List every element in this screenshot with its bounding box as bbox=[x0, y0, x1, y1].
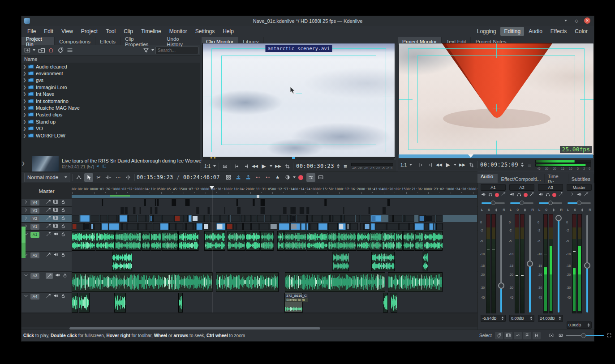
favorite-effects-button[interactable]: ★ bbox=[273, 173, 282, 182]
track-badge-a2[interactable]: A2 bbox=[30, 253, 39, 258]
lock-icon[interactable] bbox=[60, 293, 66, 300]
video-track-icon[interactable] bbox=[53, 207, 59, 214]
video-track-icon[interactable] bbox=[53, 215, 59, 222]
filter-icon[interactable] bbox=[142, 47, 150, 54]
effects-icon[interactable] bbox=[584, 192, 589, 198]
razor-tool[interactable]: ✂ bbox=[94, 173, 103, 182]
insert-zone-button[interactable] bbox=[234, 173, 243, 182]
maximize-icon[interactable]: ◇ bbox=[573, 17, 580, 24]
more-tools[interactable]: ⋯ bbox=[114, 173, 123, 182]
effects-icon[interactable] bbox=[558, 192, 563, 198]
zone-crop-icon[interactable] bbox=[284, 162, 290, 170]
timeline-ruler[interactable]: 00:00:00:0000:01:26:1000:02:52:2000:04:1… bbox=[72, 186, 477, 199]
bin-folder-int-nave[interactable]: ❯Int Nave bbox=[22, 91, 200, 98]
bin-folder-gvs[interactable]: ❯gvs bbox=[22, 77, 200, 84]
chevron-right-icon[interactable] bbox=[23, 207, 29, 214]
edit-mode-select[interactable]: Normal mode bbox=[24, 173, 70, 182]
search-input[interactable] bbox=[155, 47, 198, 54]
project-monitor-video[interactable]: 25.00fps bbox=[399, 43, 594, 155]
solo-headphones-icon[interactable] bbox=[516, 192, 522, 198]
solo-headphones-icon[interactable] bbox=[545, 192, 550, 198]
spacer-tool[interactable] bbox=[104, 173, 113, 182]
tab-undo-history[interactable]: Undo History bbox=[162, 37, 200, 45]
volume-fader[interactable] bbox=[584, 214, 590, 313]
tab-time-re-[interactable]: Time Re... bbox=[545, 174, 568, 183]
speaker-icon[interactable] bbox=[55, 272, 60, 279]
mute-icon[interactable] bbox=[509, 192, 515, 198]
bin-folder-vo[interactable]: ❯VO bbox=[22, 125, 200, 132]
bin-folder-pasted-clips[interactable]: ❯Pasted clips bbox=[22, 111, 200, 118]
track-tag-green[interactable] bbox=[22, 243, 26, 258]
expand-icon[interactable]: ❯ bbox=[22, 106, 28, 110]
close-icon[interactable]: ✕ bbox=[584, 17, 590, 24]
bin-column-header[interactable]: Name bbox=[22, 55, 200, 63]
expand-icon[interactable]: ❯ bbox=[22, 133, 28, 138]
volume-fader[interactable] bbox=[555, 214, 562, 313]
mix-clips-tool[interactable] bbox=[74, 173, 83, 182]
tab-compositions[interactable]: Compositions bbox=[55, 37, 95, 45]
expand-icon[interactable]: ❯ bbox=[22, 71, 28, 76]
create-folder-icon[interactable] bbox=[38, 47, 46, 54]
menu-project[interactable]: Project bbox=[77, 27, 102, 36]
expand-icon[interactable]: ❯ bbox=[22, 99, 28, 103]
track-effects-icon[interactable] bbox=[46, 293, 51, 300]
clip-monitor-video[interactable]: antarctic-scenery.avi bbox=[202, 43, 395, 158]
play-caret-icon[interactable] bbox=[454, 164, 456, 166]
expand-icon[interactable]: ❯ bbox=[22, 78, 28, 82]
track-effects-icon[interactable] bbox=[46, 273, 53, 279]
bin-menu-icon[interactable] bbox=[66, 47, 74, 54]
chevron-down-icon[interactable] bbox=[23, 293, 29, 300]
zoom-caret-icon[interactable] bbox=[213, 165, 216, 167]
lock-icon[interactable] bbox=[62, 273, 68, 279]
gain-value[interactable]: 0.00dB bbox=[567, 321, 592, 329]
lock-icon[interactable] bbox=[60, 223, 66, 230]
zoom-level-label[interactable]: 1:1 bbox=[400, 161, 407, 169]
master-track-button[interactable]: Master bbox=[22, 187, 72, 195]
project-monitor-timecode[interactable]: 00:09:25:09 bbox=[480, 162, 518, 168]
subtitles-button[interactable] bbox=[316, 173, 325, 182]
mute-icon[interactable] bbox=[481, 192, 486, 198]
video-track-icon[interactable] bbox=[53, 199, 59, 206]
monitor-menu-icon[interactable]: ≡ bbox=[342, 162, 348, 170]
track-head-v3[interactable]: V3 bbox=[22, 207, 72, 214]
mute-icon[interactable] bbox=[538, 192, 543, 198]
workspace-color[interactable]: Color bbox=[571, 27, 591, 36]
track-badge-a4[interactable]: A4 bbox=[30, 294, 39, 300]
menu-settings[interactable]: Settings bbox=[191, 27, 219, 36]
timeline-zone-bar[interactable] bbox=[72, 195, 477, 198]
project-monitor-seekbar[interactable] bbox=[399, 154, 593, 158]
play-icon[interactable]: ▶ bbox=[261, 162, 267, 170]
in-point-icon[interactable] bbox=[418, 161, 424, 169]
ripple-tool[interactable] bbox=[124, 173, 133, 182]
filter-caret-icon[interactable] bbox=[151, 49, 154, 51]
track-effects-icon[interactable] bbox=[46, 231, 51, 238]
tab-subtitles[interactable]: Subtitles bbox=[568, 174, 594, 183]
expand-icon[interactable]: ❯ bbox=[22, 126, 28, 131]
track-badge-v3[interactable]: V3 bbox=[30, 208, 39, 214]
thumbnail-toggle[interactable] bbox=[224, 173, 233, 182]
flag-filter-icon[interactable] bbox=[523, 332, 531, 339]
pan-slider[interactable] bbox=[539, 201, 562, 205]
in-point-icon[interactable] bbox=[234, 162, 240, 170]
zoom-to-zone-icon[interactable] bbox=[547, 332, 555, 339]
bin-folder-audio-cleaned[interactable]: ❯Audio cleaned bbox=[22, 63, 200, 70]
solo-headphones-icon[interactable] bbox=[488, 192, 493, 198]
add-clip-icon[interactable] bbox=[23, 47, 31, 54]
select-tool[interactable] bbox=[84, 173, 93, 182]
bin-folder-workflow[interactable]: ❯WORKFLOW bbox=[22, 132, 200, 139]
track-head-v4[interactable]: V4 bbox=[22, 199, 72, 206]
preview-render-button[interactable] bbox=[283, 173, 292, 182]
effects-icon[interactable] bbox=[529, 192, 534, 198]
extract-zone-button[interactable] bbox=[244, 173, 253, 182]
track-effects-icon[interactable] bbox=[46, 223, 51, 230]
clip-monitor-seekbar[interactable] bbox=[202, 157, 394, 160]
menu-view[interactable]: View bbox=[57, 27, 77, 36]
speaker-icon[interactable] bbox=[53, 252, 59, 259]
tab-project-bin[interactable]: Project Bin bbox=[22, 37, 55, 45]
track-tag-green[interactable] bbox=[22, 227, 26, 243]
timecode-spinner[interactable] bbox=[337, 164, 340, 168]
tags-filter-icon[interactable] bbox=[495, 332, 503, 339]
timeline-position-timecode[interactable]: 00:15:39:23 bbox=[137, 174, 173, 180]
mixed-av-filter-icon[interactable] bbox=[514, 332, 522, 339]
rewind-icon[interactable]: ◀◀ bbox=[252, 162, 258, 170]
